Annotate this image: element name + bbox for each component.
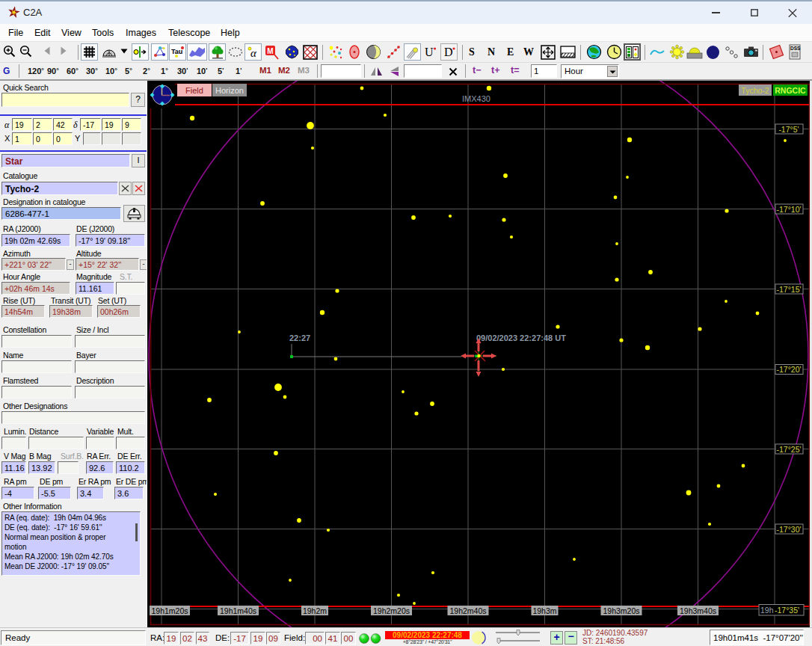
svg-text:IMX430: IMX430 — [462, 94, 490, 103]
svg-text:Field: Field — [185, 86, 203, 95]
svg-text:19h1m40s: 19h1m40s — [220, 606, 256, 615]
svg-text:M: M — [267, 47, 273, 55]
svg-text:-17°25': -17°25' — [776, 445, 801, 454]
svg-text:-17°30': -17°30' — [776, 525, 801, 534]
svg-text:19h3m: 19h3m — [532, 606, 556, 615]
svg-text:D: D — [444, 46, 453, 58]
svg-text:Tycho-2: Tycho-2 — [741, 86, 769, 95]
svg-text:-17°35': -17°35' — [775, 606, 799, 615]
svg-text:19h2m: 19h2m — [303, 606, 327, 615]
svg-text:19h: 19h — [760, 606, 774, 615]
svg-text:19h3m40s: 19h3m40s — [680, 606, 716, 615]
svg-text:Horizon: Horizon — [215, 86, 244, 95]
svg-text:-17°15': -17°15' — [776, 285, 801, 294]
svg-text:-17°20': -17°20' — [776, 365, 801, 374]
svg-text:Tau: Tau — [171, 48, 182, 55]
svg-text:DSS: DSS — [790, 46, 801, 51]
svg-text:α: α — [250, 47, 257, 58]
svg-text:U: U — [425, 46, 434, 58]
svg-text:19h3m20s: 19h3m20s — [603, 606, 639, 615]
svg-text:19h1m20s: 19h1m20s — [151, 606, 188, 615]
svg-text:RNGCIC: RNGCIC — [775, 86, 806, 95]
svg-text:22:27: 22:27 — [289, 333, 310, 342]
svg-text:09/02/2023 22:27:48 UT: 09/02/2023 22:27:48 UT — [476, 333, 566, 342]
svg-text:-17°10': -17°10' — [776, 205, 801, 214]
svg-text:19h2m20s: 19h2m20s — [373, 606, 410, 615]
svg-text:19h2m40s: 19h2m40s — [449, 606, 486, 615]
svg-text:-17°5': -17°5' — [778, 125, 799, 134]
